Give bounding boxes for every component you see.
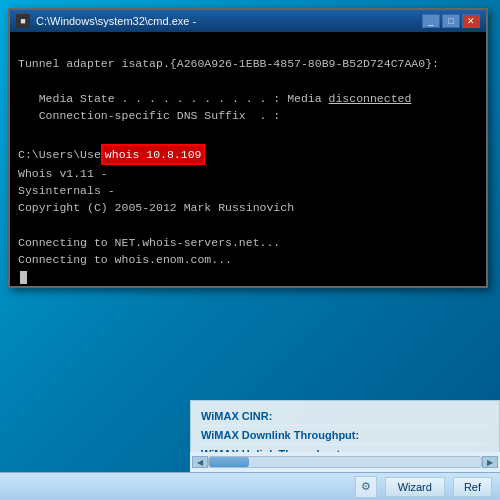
cmd-prompt-line: C:\Users\Use whois 10.8.109 [18, 144, 478, 165]
cmd-titlebar: ■ C:\Windows\system32\cmd.exe - _ □ ✕ [10, 10, 486, 32]
wimax-cinr-label: WiMAX CINR: [201, 410, 272, 422]
cmd-window-controls: _ □ ✕ [422, 14, 480, 28]
cmd-icon: ■ [16, 14, 30, 28]
cmd-whois-version: Whois v1.11 - [18, 165, 478, 182]
wimax-downlink-label: WiMAX Downlink Throughput: [201, 429, 359, 441]
cmd-line-tunnel: Tunnel adapter isatap.{A260A926-1EBB-485… [18, 55, 478, 72]
minimize-button[interactable]: _ [422, 14, 440, 28]
cmd-connecting2: Connecting to whois.enom.com... [18, 251, 478, 268]
wizard-button[interactable]: Wizard [385, 477, 445, 497]
close-button[interactable]: ✕ [462, 14, 480, 28]
cmd-copyright: Copyright (C) 2005-2012 Mark Russinovich [18, 199, 478, 216]
cmd-cursor [20, 271, 27, 284]
cmd-blank3 [18, 217, 478, 234]
wimax-cinr-row: WiMAX CINR: [201, 407, 489, 426]
desktop: ■ C:\Windows\system32\cmd.exe - _ □ ✕ Tu… [0, 0, 500, 500]
cmd-sysinternals: Sysinternals - [18, 182, 478, 199]
refresh-button[interactable]: Ref [453, 477, 492, 497]
cmd-line-blank1 [18, 73, 478, 90]
scrollbar-track[interactable] [208, 456, 482, 468]
bottom-bar: ⚙ Wizard Ref [0, 472, 500, 500]
cmd-cursor-line [18, 268, 478, 285]
settings-icon-button[interactable]: ⚙ [355, 476, 377, 498]
scroll-left-button[interactable]: ◀ [192, 456, 208, 468]
scrollbar-area: ◀ ▶ [190, 452, 500, 472]
cmd-line-media: Media State . . . . . . . . . . . : Medi… [18, 90, 478, 107]
gear-icon: ⚙ [361, 480, 371, 493]
cmd-window: ■ C:\Windows\system32\cmd.exe - _ □ ✕ Tu… [8, 8, 488, 288]
cmd-input[interactable]: whois 10.8.109 [101, 144, 206, 165]
cmd-content: Tunnel adapter isatap.{A260A926-1EBB-485… [10, 32, 486, 286]
cmd-title-text: C:\Windows\system32\cmd.exe - [36, 15, 422, 27]
cmd-line-blank2 [18, 124, 478, 141]
scroll-right-button[interactable]: ▶ [482, 456, 498, 468]
cmd-line-1 [18, 38, 478, 55]
scrollbar-thumb[interactable] [209, 457, 249, 467]
cmd-line-dns: Connection-specific DNS Suffix . : [18, 107, 478, 124]
cmd-prompt: C:\Users\Use [18, 146, 101, 163]
maximize-button[interactable]: □ [442, 14, 460, 28]
wimax-downlink-row: WiMAX Downlink Throughput: [201, 426, 489, 445]
cmd-connecting1: Connecting to NET.whois-servers.net... [18, 234, 478, 251]
